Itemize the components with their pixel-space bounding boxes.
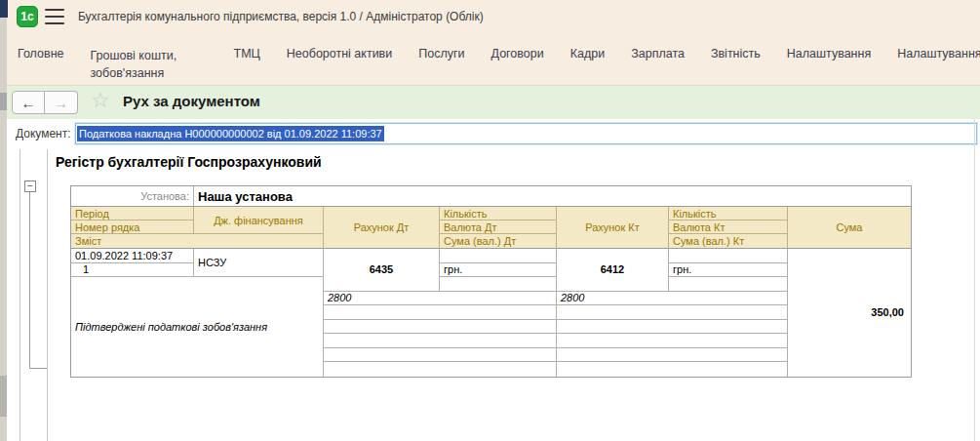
cell-funding-source-value[interactable]: НСЗУ [194, 249, 324, 277]
menu-item-nalashtuvannia-2[interactable]: Налаштування [897, 47, 980, 60]
menu-item-dohovory[interactable]: Договори [491, 47, 544, 60]
menu-item-hroshovi-koshty[interactable]: Грошові кошти, зобов'язання [91, 47, 208, 82]
cell-currency-dt-value[interactable]: грн. [440, 263, 557, 278]
header-content: Зміст [71, 234, 324, 249]
app-window: 1с Бухгалтерія комунального підприємства… [0, 0, 980, 441]
splitter-handle[interactable] [0, 93, 7, 110]
document-row: Документ: Податкова накладна Н0000000000… [0, 119, 980, 148]
cell-content-value[interactable]: Підтверджені податкові зобов'язання [71, 277, 324, 377]
header-currency-dt: Валюта Дт [440, 220, 557, 234]
section-menu: Головне Грошові кошти, зобов'язання ТМЦ … [0, 34, 980, 86]
forward-button[interactable]: → [45, 91, 78, 114]
org-label-cell: Установа: [71, 186, 194, 207]
empty-cell [557, 362, 788, 377]
report-margin-line [47, 149, 48, 441]
menu-item-posluhy[interactable]: Послуги [418, 47, 464, 60]
history-buttons: ← → [12, 91, 78, 114]
cell-account-kt-value[interactable]: 6412 [557, 249, 669, 292]
1c-logo-icon: 1с [17, 6, 38, 27]
header-amount-val-kt: Сума (вал.) Кт [669, 234, 788, 249]
menu-item-tmts[interactable]: ТМЦ [234, 47, 260, 60]
empty-cell [324, 334, 557, 348]
header-qty-dt: Кількість [440, 207, 557, 220]
empty-cell [669, 277, 788, 292]
page-title: Рух за документом [123, 93, 260, 109]
header-qty-kt: Кількість [669, 207, 788, 220]
menu-item-zarplata[interactable]: Зарплата [631, 47, 685, 60]
empty-cell [440, 277, 557, 292]
document-input-selected-text: Податкова накладна Н000000000002 від 01.… [77, 126, 384, 141]
window-right-edge [974, 119, 975, 441]
header-funding-source: Дж. фінансування [194, 207, 324, 234]
header-currency-kt: Валюта Кт [669, 220, 788, 234]
empty-cell [557, 334, 788, 348]
empty-cell [324, 348, 557, 363]
header-account-dt: Рахунок Дт [324, 207, 440, 249]
org-value-cell: Наша установа [194, 186, 911, 207]
back-button[interactable]: ← [12, 91, 45, 114]
document-input[interactable]: Податкова накладна Н000000000002 від 01.… [75, 123, 977, 144]
menu-item-holovne[interactable]: Головне [18, 47, 64, 60]
menu-item-neoborotni-aktyvy[interactable]: Необоротні активи [287, 47, 392, 60]
cell-subaccount-dt-value[interactable]: 2800 [324, 292, 557, 306]
empty-cell [324, 320, 557, 335]
empty-cell [557, 320, 788, 335]
window-title-bar: 1с Бухгалтерія комунального підприємства… [0, 0, 980, 34]
cell-currency-kt-value[interactable]: грн. [669, 263, 788, 278]
window-corner-accent [0, 0, 8, 18]
window-title: Бухгалтерія комунального підприємства, в… [78, 10, 484, 23]
report-title: Регістр бухгалтерії Госпрозрахунковий [56, 154, 322, 170]
empty-cell [557, 348, 788, 363]
register-table: Установа: Наша установа Період Номер ряд… [70, 185, 912, 378]
cell-subaccount-kt-value[interactable]: 2800 [557, 292, 788, 306]
header-total: Сума [788, 207, 911, 249]
favorite-star-icon[interactable]: ☆ [91, 88, 110, 113]
cell-account-dt-value[interactable]: 6435 [324, 249, 440, 292]
header-account-kt: Рахунок Кт [557, 207, 669, 249]
cell-period-value[interactable]: 01.09.2022 11:09:37 [71, 249, 194, 263]
cell-amount-value[interactable]: 350,00 [788, 249, 911, 377]
empty-cell [557, 305, 788, 320]
navigation-toolbar: ← → ☆ Рух за документом [0, 86, 980, 119]
splitter-handle[interactable] [0, 376, 7, 417]
group-bracket-line [29, 368, 47, 369]
header-period: Період [71, 207, 194, 220]
menu-item-nalashtuvannia[interactable]: Налаштування [787, 47, 871, 60]
header-amount-val-dt: Сума (вал.) Дт [440, 234, 557, 249]
empty-cell [324, 362, 557, 377]
menu-item-zvitnist[interactable]: Звітність [711, 47, 761, 60]
menu-item-kadry[interactable]: Кадри [570, 47, 605, 60]
group-bracket-line [29, 192, 30, 368]
empty-cell [669, 249, 788, 263]
report-margin-line [20, 149, 20, 441]
document-label: Документ: [16, 127, 71, 140]
main-menu-icon[interactable] [45, 9, 64, 24]
empty-cell [440, 249, 557, 263]
empty-cell [324, 305, 557, 320]
collapse-group-icon[interactable]: − [24, 180, 36, 192]
cell-row-number-value[interactable]: 1 [71, 263, 194, 278]
header-row-number: Номер рядка [71, 220, 194, 234]
